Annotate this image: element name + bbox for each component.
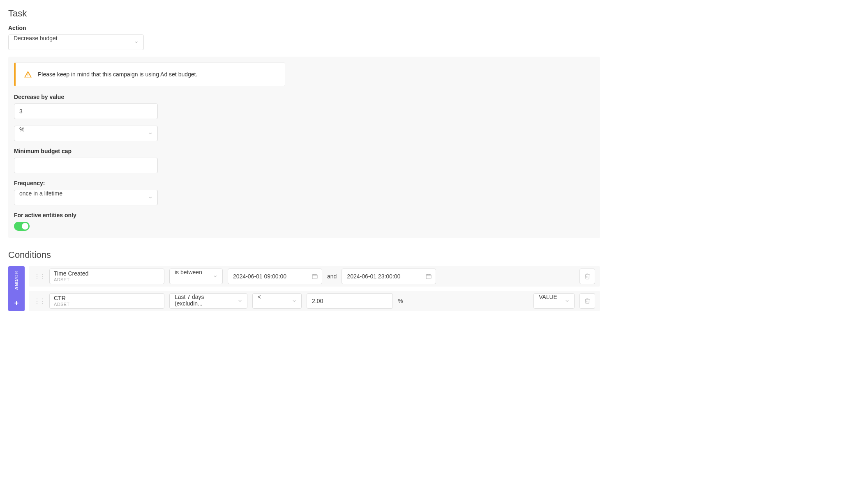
condition-row: ⋮⋮ CTR ADSET Last 7 days (excludin... < — [29, 291, 600, 311]
frequency-select[interactable]: once in a lifetime — [14, 190, 158, 205]
add-condition-button[interactable]: + — [8, 295, 25, 311]
delete-condition-button[interactable] — [579, 293, 595, 309]
unit-label: % — [398, 298, 403, 304]
operator-select[interactable]: < — [252, 293, 302, 309]
date-to-input[interactable] — [342, 269, 436, 284]
drag-handle-icon[interactable]: ⋮⋮ — [34, 273, 44, 280]
task-config-panel: Please keep in mind that this campaign i… — [8, 57, 600, 238]
metric-scope: ADSET — [54, 277, 160, 282]
compare-select[interactable]: VALUE — [533, 293, 575, 309]
warning-icon — [24, 70, 32, 78]
delete-condition-button[interactable] — [579, 269, 595, 284]
task-title: Task — [8, 8, 600, 19]
logic-or: OR — [14, 271, 19, 278]
metric-name: CTR — [54, 295, 160, 302]
action-select[interactable]: Decrease budget — [8, 34, 144, 50]
logic-sep: / — [14, 278, 19, 280]
decrease-label: Decrease by value — [14, 94, 594, 100]
trash-icon — [584, 298, 591, 304]
condition-row: ⋮⋮ Time Created ADSET is between and — [29, 266, 600, 287]
active-only-toggle[interactable] — [14, 222, 30, 231]
decrease-value-input[interactable] — [14, 103, 158, 119]
action-label: Action — [8, 25, 600, 31]
decrease-unit-select[interactable]: % — [14, 126, 158, 141]
active-only-label: For active entities only — [14, 212, 594, 218]
operator-select[interactable]: is between — [169, 269, 223, 284]
date-from-input[interactable] — [228, 269, 322, 284]
budget-alert: Please keep in mind that this campaign i… — [14, 62, 285, 86]
trash-icon — [584, 273, 591, 280]
metric-select[interactable]: CTR ADSET — [49, 293, 164, 309]
threshold-input[interactable] — [307, 293, 393, 309]
logic-and: AND — [14, 280, 19, 290]
logic-toggle[interactable]: AND / OR — [8, 266, 25, 295]
drag-handle-icon[interactable]: ⋮⋮ — [34, 297, 44, 305]
alert-text: Please keep in mind that this campaign i… — [38, 71, 197, 78]
conditions-title: Conditions — [8, 250, 600, 260]
timeframe-select[interactable]: Last 7 days (excludin... — [169, 293, 247, 309]
mincap-label: Minimum budget cap — [14, 148, 594, 154]
metric-scope: ADSET — [54, 302, 160, 307]
metric-name: Time Created — [54, 270, 160, 277]
mincap-input[interactable] — [14, 158, 158, 173]
metric-select[interactable]: Time Created ADSET — [49, 269, 164, 284]
frequency-label: Frequency: — [14, 180, 594, 186]
between-join: and — [327, 273, 337, 280]
